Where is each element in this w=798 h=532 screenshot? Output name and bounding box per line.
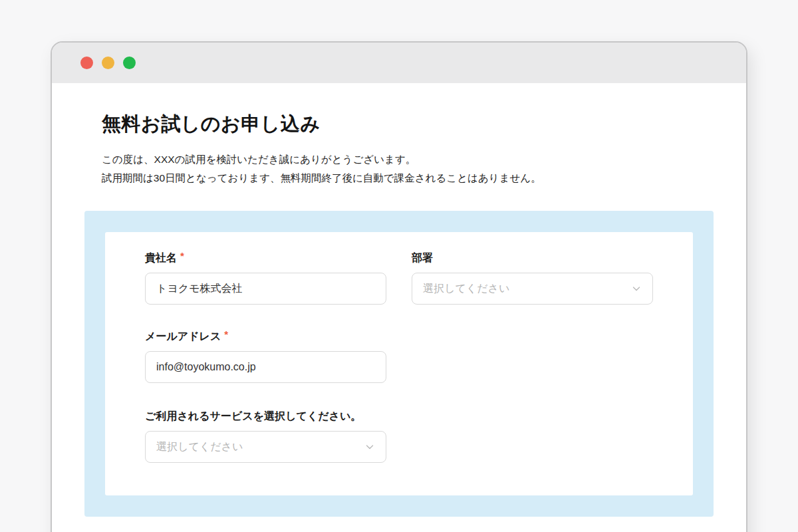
email-input[interactable] [145,351,386,383]
department-select[interactable]: 選択してください [412,273,653,305]
service-select[interactable]: 選択してください [145,431,386,463]
email-label-text: メールアドレス [145,329,221,344]
page-content: 無料お試しのお申し込み この度は、XXXの試用を検討いただき誠にありがとうござい… [52,83,746,532]
form-card: 貴社名 * 部署 選択してください [105,232,693,495]
service-label-text: ご利用されるサービスを選択してください。 [145,408,361,424]
description-line-2: 試用期間は30日間となっております、無料期間終了後に自動で課金されることはありま… [102,172,541,184]
department-label-text: 部署 [412,250,433,266]
service-select-placeholder: 選択してください [156,440,243,454]
email-field-group: メールアドレス * [145,329,386,383]
page-description: この度は、XXXの試用を検討いただき誠にありがとうございます。 試用期間は30日… [102,150,714,188]
window-titlebar [52,43,746,83]
service-label: ご利用されるサービスを選択してください。 [145,408,386,424]
company-field-group: 貴社名 * [145,250,386,305]
page-title: 無料お試しのお申し込み [102,111,714,138]
form-row-top: 貴社名 * 部署 選択してください [145,250,653,305]
company-name-input[interactable] [145,273,386,305]
desktop-background: 無料お試しのお申し込み この度は、XXXの試用を検討いただき誠にありがとうござい… [0,0,798,532]
required-asterisk: * [224,329,228,340]
description-line-1: この度は、XXXの試用を検討いただき誠にありがとうございます。 [102,154,416,165]
close-button[interactable] [80,57,93,69]
form-panel: 貴社名 * 部署 選択してください [84,211,714,517]
department-field-group: 部署 選択してください [412,250,653,305]
company-label-text: 貴社名 [145,250,177,266]
service-field-group: ご利用されるサービスを選択してください。 選択してください [145,408,386,463]
required-asterisk: * [180,250,184,262]
minimize-button[interactable] [102,57,114,69]
zoom-button[interactable] [123,57,136,69]
department-label: 部署 [412,250,653,266]
chevron-down-icon [364,442,375,452]
browser-window: 無料お試しのお申し込み この度は、XXXの試用を検討いただき誠にありがとうござい… [51,41,747,532]
email-label: メールアドレス * [145,329,386,344]
department-select-placeholder: 選択してください [423,282,509,296]
chevron-down-icon [631,283,642,294]
company-label: 貴社名 * [145,250,386,266]
